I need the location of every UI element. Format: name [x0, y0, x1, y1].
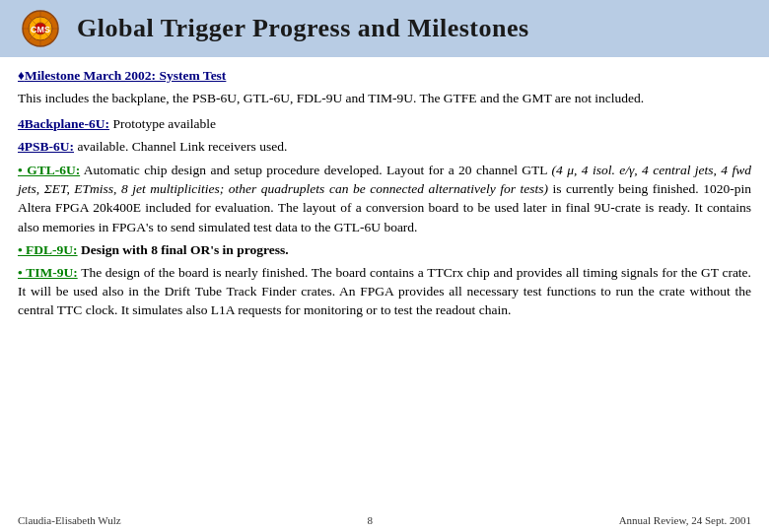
main-content: ♦Milestone March 2002: System Test This …	[0, 57, 769, 331]
milestone-heading: ♦Milestone March 2002: System Test	[18, 67, 751, 86]
backplane-text: Prototype available	[109, 116, 216, 131]
fdl-text: Design with 8 final OR's in progress.	[78, 242, 289, 257]
backplane-label: 4Backplane-6U:	[18, 116, 109, 131]
footer: Claudia-Elisabeth Wulz 8 Annual Review, …	[0, 514, 769, 526]
gtl-text: Automatic chip design and setup procedur…	[80, 163, 551, 177]
milestone-heading-text: Milestone March 2002: System Test	[25, 68, 226, 83]
svg-text:CMS: CMS	[31, 25, 50, 34]
footer-author: Claudia-Elisabeth Wulz	[18, 514, 121, 526]
psb-label: 4PSB-6U:	[18, 139, 74, 154]
header: CMS Global Trigger Progress and Mileston…	[0, 0, 769, 57]
cms-logo: CMS	[16, 8, 65, 49]
fdl-bullet: • FDL-9U:	[18, 242, 78, 257]
tim-text: The design of the board is nearly finish…	[18, 265, 751, 317]
footer-page: 8	[367, 514, 373, 526]
psb-section: 4PSB-6U: available. Channel Link receive…	[18, 137, 751, 156]
footer-event: Annual Review, 24 Sept. 2001	[619, 514, 751, 526]
gtl-bullet: • GTL-6U:	[18, 163, 80, 177]
psb-text: available. Channel Link receivers used.	[74, 139, 287, 154]
gtl-section: • GTL-6U: Automatic chip design and setu…	[18, 161, 751, 236]
tim-bullet: • TIM-9U:	[18, 265, 78, 280]
tim-section: • TIM-9U: The design of the board is nea…	[18, 263, 751, 319]
page-title: Global Trigger Progress and Milestones	[77, 14, 529, 43]
intro-paragraph: This includes the backplane, the PSB-6U,…	[18, 90, 751, 108]
diamond-icon: ♦	[18, 68, 25, 83]
backplane-section: 4Backplane-6U: Prototype available	[18, 114, 751, 133]
fdl-section: • FDL-9U: Design with 8 final OR's in pr…	[18, 240, 751, 259]
